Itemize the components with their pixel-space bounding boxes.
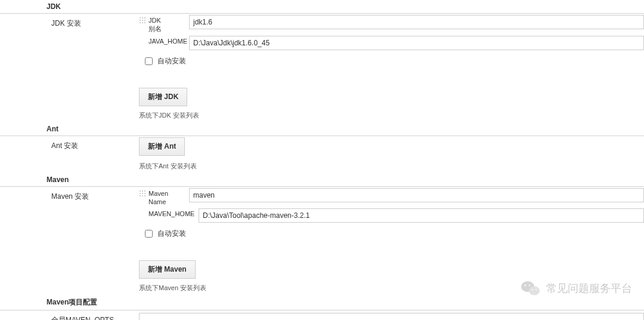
ant-form-area: 新增 Ant xyxy=(92,137,644,156)
jdk-install-row: JDK 安装 JDK别名 JAVA_HOME 自动安装 xyxy=(0,14,644,71)
svg-point-12 xyxy=(140,193,141,194)
svg-point-9 xyxy=(140,190,141,192)
svg-point-19 xyxy=(529,287,540,296)
maven-name-input[interactable] xyxy=(189,188,644,202)
jdk-name-row: JDK别名 xyxy=(139,15,644,33)
add-ant-button[interactable]: 新增 Ant xyxy=(139,137,185,156)
ant-install-label: Ant 安装 xyxy=(0,137,92,151)
maven-button-area: 新增 Maven xyxy=(0,260,644,279)
svg-point-23 xyxy=(535,289,537,290)
maven-install-row: Maven 安装 MavenName MAVEN_HOME 自动安装 xyxy=(0,187,644,244)
svg-point-4 xyxy=(142,20,143,21)
svg-point-10 xyxy=(142,190,143,192)
svg-point-17 xyxy=(144,195,145,196)
svg-point-13 xyxy=(142,193,143,194)
section-header-jdk: JDK xyxy=(0,0,644,14)
svg-point-20 xyxy=(525,285,527,287)
jdk-button-area: 新增 JDK xyxy=(0,88,644,106)
svg-point-21 xyxy=(529,285,531,287)
svg-point-8 xyxy=(144,22,145,23)
jdk-form-area: JDK别名 JAVA_HOME 自动安装 xyxy=(92,15,644,70)
watermark-text: 常见问题服务平台 xyxy=(546,281,632,296)
add-jdk-button[interactable]: 新增 JDK xyxy=(139,88,187,106)
maven-name-label: MavenName xyxy=(148,188,189,207)
jdk-list-text: 系统下JDK 安装列表 xyxy=(0,111,644,120)
jdk-auto-install-row: 自动安装 xyxy=(139,53,644,70)
maven-auto-install-checkbox[interactable] xyxy=(145,230,153,238)
svg-point-14 xyxy=(144,193,145,194)
maven-home-row: MAVEN_HOME xyxy=(139,208,644,223)
ant-install-row: Ant 安装 新增 Ant xyxy=(0,136,644,157)
jdk-name-label: JDK别名 xyxy=(148,15,189,33)
maven-home-label: MAVEN_HOME xyxy=(148,208,199,218)
watermark: 常见问题服务平台 xyxy=(520,278,632,299)
ant-list-text: 系统下Ant 安装列表 xyxy=(0,162,644,171)
svg-point-11 xyxy=(144,190,145,192)
jdk-auto-install-label: 自动安装 xyxy=(157,56,186,66)
maven-auto-install-label: 自动安装 xyxy=(157,229,186,239)
maven-name-row: MavenName xyxy=(139,188,644,207)
maven-home-input[interactable] xyxy=(199,208,644,223)
jdk-home-label: JAVA_HOME xyxy=(148,36,189,45)
svg-point-16 xyxy=(142,195,143,196)
jdk-home-row: JAVA_HOME xyxy=(139,36,644,50)
maven-form-area: MavenName MAVEN_HOME 自动安装 xyxy=(92,188,644,243)
jdk-home-input[interactable] xyxy=(189,36,644,50)
jdk-install-label: JDK 安装 xyxy=(0,15,92,29)
drag-handle-icon[interactable] xyxy=(139,17,146,24)
svg-point-3 xyxy=(140,20,141,21)
maven-opts-input[interactable] xyxy=(139,313,644,320)
svg-point-0 xyxy=(140,17,141,19)
add-maven-button[interactable]: 新增 Maven xyxy=(139,260,196,279)
jdk-name-input[interactable] xyxy=(189,15,644,29)
section-header-maven: Maven xyxy=(0,173,644,187)
svg-point-15 xyxy=(140,195,141,196)
maven-auto-install-row: 自动安装 xyxy=(139,225,644,242)
jdk-auto-install-checkbox[interactable] xyxy=(145,57,153,65)
drag-handle-icon[interactable] xyxy=(139,190,146,197)
svg-point-7 xyxy=(142,22,143,23)
svg-point-6 xyxy=(140,22,141,23)
svg-point-1 xyxy=(142,17,143,19)
maven-opts-label: 全局MAVEN_OPTS xyxy=(0,315,139,320)
svg-point-2 xyxy=(144,17,145,19)
wechat-icon xyxy=(520,278,541,299)
maven-install-label: Maven 安装 xyxy=(0,188,92,202)
section-header-ant: Ant xyxy=(0,122,644,136)
svg-point-22 xyxy=(532,289,533,290)
svg-point-5 xyxy=(144,20,145,21)
maven-opts-row: 全局MAVEN_OPTS xyxy=(0,310,644,320)
